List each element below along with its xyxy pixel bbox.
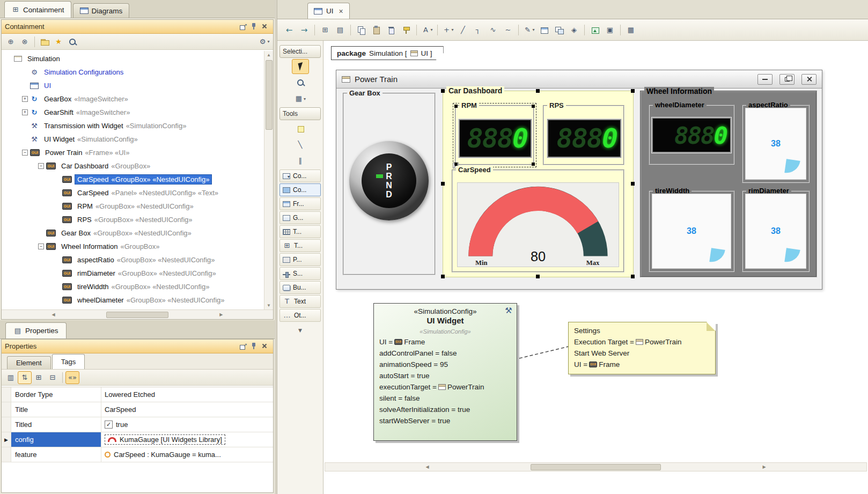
selection-handle[interactable] <box>631 275 635 278</box>
window-cascade-button[interactable] <box>551 23 567 37</box>
compact-view-button[interactable]: «» <box>65 371 79 384</box>
tree-item-tirewiddth[interactable]: tireWiddth«GroupBox» «NestedUIConfig» <box>2 280 264 293</box>
tree-item-gearbox[interactable]: +↻GearBox«ImageSwitcher» <box>2 92 264 106</box>
pen-button[interactable]: ✎▾ <box>521 23 536 37</box>
tree-item-rps[interactable]: RPS«GroupBox» «NestedUIConfig» <box>2 213 264 226</box>
selection-handle[interactable] <box>536 89 540 93</box>
selection-handle[interactable] <box>441 182 445 186</box>
close-button[interactable] <box>259 21 270 31</box>
window-fit-button[interactable]: ▣ <box>602 23 617 37</box>
selection-handle[interactable] <box>631 89 635 93</box>
dependency-checker-button[interactable]: ◈ <box>567 23 582 37</box>
selection-handle[interactable] <box>454 163 458 166</box>
selection-handle[interactable] <box>532 105 535 108</box>
collapse-nodes-button[interactable]: ⊟ <box>46 371 60 384</box>
tree-item-ui[interactable]: UI <box>2 79 264 92</box>
unlink-element-button[interactable]: ⊗ <box>18 35 32 48</box>
tree-item-wheel-information[interactable]: −Wheel Information«GroupBox» <box>2 240 264 253</box>
scroll-right-icon[interactable]: ▶ <box>662 463 866 471</box>
scroll-left-icon[interactable]: ◀ <box>2 311 105 319</box>
tree-horizontal-scrollbar[interactable]: ◀ ▶ <box>2 309 273 319</box>
scroll-down-icon[interactable]: ▼ <box>264 301 273 309</box>
aspect-ratio-group[interactable]: aspectRatio 38 <box>742 105 810 183</box>
palette-item-panel-el[interactable]: P... <box>279 253 321 266</box>
palette-tool-grid-layout[interactable]: ▦▾ <box>292 91 309 106</box>
link-element-button[interactable]: ⊕ <box>4 35 18 48</box>
expand-nodes-button[interactable]: ⊞ <box>32 371 46 384</box>
tab-diagrams[interactable]: Diagrams <box>73 3 130 18</box>
sort-alpha-button[interactable]: ⇅ <box>18 371 32 384</box>
window-new-button[interactable] <box>536 23 551 37</box>
minimize-button[interactable] <box>757 74 773 85</box>
delete-button[interactable] <box>384 23 399 37</box>
property-value[interactable]: Lowered Etched <box>101 387 273 402</box>
palette-tool-pointer[interactable] <box>292 59 309 74</box>
selection-handle[interactable] <box>441 275 445 278</box>
property-value[interactable]: ✓true <box>101 417 273 432</box>
wheel-diameter-group[interactable]: wheelDiameter 8880 <box>649 105 734 165</box>
property-value[interactable]: KumaGauge [UI Widgets Library] <box>101 432 273 447</box>
tab-ui-diagram[interactable]: UI × <box>307 3 350 19</box>
palette-tool-note-anchor[interactable] <box>292 121 309 136</box>
scroll-up-icon[interactable]: ▲ <box>264 51 273 59</box>
format-painter-button[interactable] <box>399 23 414 37</box>
property-value[interactable]: CarSpeed : KumaGauge = kuma... <box>101 447 273 462</box>
tab-containment[interactable]: ⊞Containment <box>4 1 71 18</box>
scrollbar-thumb[interactable] <box>106 312 168 318</box>
pin-button[interactable] <box>248 21 259 31</box>
path-rounded-button[interactable]: ~ <box>501 23 516 37</box>
scroll-left-icon[interactable]: ◀ <box>325 463 529 471</box>
close-button[interactable] <box>259 341 270 351</box>
property-value[interactable]: CarSpeed <box>101 402 273 417</box>
copy-button[interactable] <box>354 23 369 37</box>
add-element-button[interactable]: +▾ <box>440 23 455 37</box>
close-tab-icon[interactable]: × <box>339 8 343 15</box>
restore-button[interactable] <box>779 74 795 85</box>
nav-back-button[interactable]: ← <box>282 23 297 37</box>
gear-shifter-widget[interactable]: PRND <box>349 141 429 220</box>
rpm-group[interactable]: RPM 8880 <box>455 105 534 165</box>
path-oblique-button[interactable]: ╱ <box>455 23 470 37</box>
palette-tool-zoom-region[interactable] <box>292 75 309 90</box>
palette-item-other-el[interactable]: …Ot... <box>279 309 321 322</box>
containment-tree-button[interactable]: ⊞ <box>318 23 333 37</box>
pin-button[interactable] <box>248 341 259 351</box>
ui-widget-class[interactable]: ⚒ «SimulationConfig» UI Widget «Simulati… <box>373 303 517 441</box>
tab-properties[interactable]: ▤ Properties <box>5 322 67 338</box>
palette-item-table-el[interactable]: T... <box>279 225 321 238</box>
search-button[interactable] <box>65 35 79 48</box>
tab-element[interactable]: Element <box>7 356 51 369</box>
checkbox-checked-icon[interactable]: ✓ <box>105 421 113 429</box>
palette-item-tree-el[interactable]: ⊞T... <box>279 239 321 252</box>
tree-item-carspeed[interactable]: CarSpeed«GroupBox» «NestedUIConfig» <box>2 173 264 186</box>
diagram-canvas[interactable]: package Simulation [ UI ] Power Train Ge… <box>323 41 868 494</box>
tree-expander-icon[interactable]: − <box>22 150 28 156</box>
float-window-button[interactable] <box>238 341 248 351</box>
settings-note[interactable]: Settings Execution Target = PowerTrainSt… <box>568 322 716 374</box>
wheel-information-group[interactable]: Wheel Information wheelDiameter 8880 asp… <box>640 91 817 277</box>
tab-tags[interactable]: Tags <box>52 354 85 369</box>
path-rectilinear-button[interactable]: ┐ <box>470 23 486 37</box>
selection-handle[interactable] <box>454 105 458 108</box>
property-row-titled[interactable]: Titled✓true <box>2 417 273 432</box>
palette-item-groupbox-el[interactable]: G... <box>279 211 321 224</box>
tree-item-simulation-configurations[interactable]: ⚙Simulation Configurations <box>2 65 264 79</box>
paste-button[interactable] <box>369 23 384 37</box>
rps-group[interactable]: RPS 8880 <box>543 105 624 165</box>
tree-item-carspeed[interactable]: CarSpeed«Panel» «NestedUIConfig» «Text» <box>2 186 264 200</box>
tree-item-power-train[interactable]: −Power Train«Frame» «UI» <box>2 146 264 159</box>
property-row-config[interactable]: ▶configKumaGauge [UI Widgets Library] <box>2 432 273 447</box>
scroll-right-icon[interactable]: ▶ <box>170 311 273 319</box>
tree-expander-icon[interactable]: − <box>38 244 44 249</box>
carspeed-group[interactable]: CarSpeed 80 Min Max <box>452 169 624 272</box>
image-shape-button[interactable] <box>587 23 602 37</box>
quick-layout-button[interactable]: A▾ <box>420 23 435 37</box>
selection-handle[interactable] <box>631 182 635 186</box>
tire-width-group[interactable]: tireWiddth 38 <box>649 190 734 272</box>
palette-tool-scroll-more[interactable]: ▼ <box>292 323 309 338</box>
close-button[interactable] <box>801 74 816 85</box>
settings-gear-button[interactable]: ⚙▾ <box>257 35 271 48</box>
tree-item-aspectratio[interactable]: aspectRatio«GroupBox» «NestedUIConfig» <box>2 253 264 267</box>
favorites-button[interactable]: ★ <box>52 35 65 48</box>
tree-item-ui-widget[interactable]: ⚒UI Widget«SimulationConfig» <box>2 132 264 146</box>
